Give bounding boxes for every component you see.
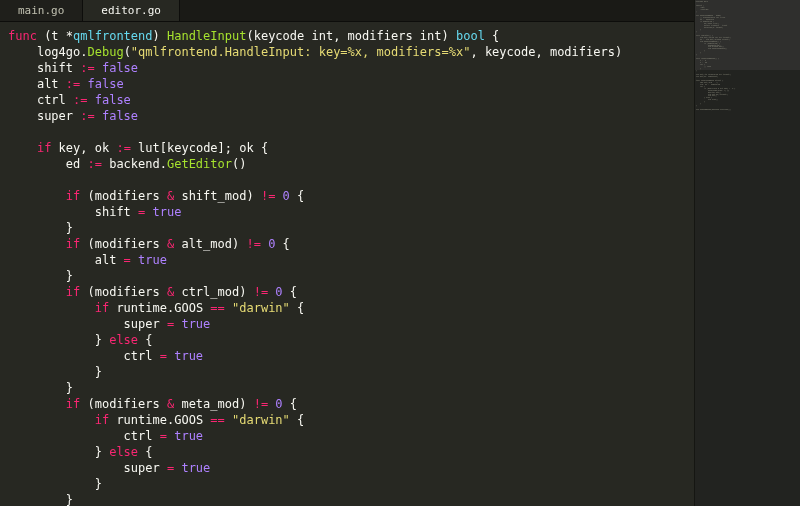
brace-open: { xyxy=(485,29,499,43)
keyword-func: func xyxy=(8,29,37,43)
string-fmt: "qmlfrontend.HandleInput: key=%x, modifi… xyxy=(131,45,471,59)
tab-label: main.go xyxy=(18,4,64,17)
function-name: HandleInput xyxy=(167,29,246,43)
main-area: main.go editor.go func (t *qmlfrontend) … xyxy=(0,0,694,506)
receiver-open: (t * xyxy=(37,29,73,43)
tab-label: editor.go xyxy=(101,4,161,17)
function-params: (keycode int, modifiers int) xyxy=(246,29,456,43)
id-log4go: log4go xyxy=(37,45,80,59)
tab-bar: main.go editor.go xyxy=(0,0,694,22)
return-type: bool xyxy=(456,29,485,43)
method-debug: Debug xyxy=(88,45,124,59)
receiver-close: ) xyxy=(153,29,167,43)
receiver-type: qmlfrontend xyxy=(73,29,152,43)
minimap-content: package main import ( "fmt" "runtime" ) … xyxy=(695,0,793,111)
code-editor[interactable]: func (t *qmlfrontend) HandleInput(keycod… xyxy=(0,22,694,506)
minimap[interactable]: package main import ( "fmt" "runtime" ) … xyxy=(694,0,800,506)
tab-editor-go[interactable]: editor.go xyxy=(83,0,180,21)
tab-main-go[interactable]: main.go xyxy=(0,0,83,21)
